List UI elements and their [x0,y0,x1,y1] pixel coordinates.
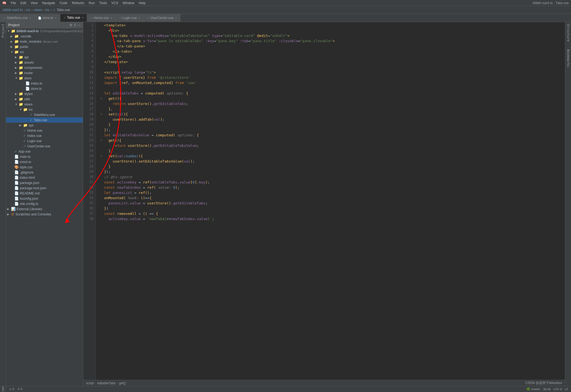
tree-style-css[interactable]: 🎨 style.css [6,164,83,170]
tree-scratches[interactable]: ▶ ⚙ Scratches and Consoles [6,212,83,217]
tree-index-html[interactable]: 📄 index.html [6,175,83,180]
code-line-10[interactable]: <script setup lang="ts"> [99,70,565,75]
home-tab-close[interactable]: × [110,16,112,20]
tree-store[interactable]: ▼ 📁 store [6,75,83,81]
code-line-27[interactable]: userStore().setEditableTabsValue(val); [99,159,565,164]
code-line-18[interactable]: ↑ set(val){ [99,112,565,117]
menu-view[interactable]: View [31,1,38,5]
menu-window[interactable]: Window [123,1,134,5]
code-line-16[interactable]: return userStore().getEditableTabs; [99,101,565,106]
panel-collapse-icon[interactable]: — [77,23,81,27]
tree-main-ts[interactable]: 📄 main.ts [6,154,83,159]
tree-styles[interactable]: ▶ 📁 styles [6,91,83,96]
tree-usercenter-vue[interactable]: ✓ UserCenter.vue [6,144,83,149]
code-line-13[interactable] [99,85,565,91]
code-line-7[interactable]: </div> [99,54,565,59]
code-line-2[interactable]: <div> [99,28,565,33]
tab-tabs[interactable]: ✓ Tabs.vue × [60,14,87,22]
code-line-17[interactable]: }, [99,106,565,112]
tree-package-json[interactable]: 📄 package.json [6,180,83,185]
login-tab-close[interactable]: × [139,16,140,20]
tree-sys[interactable]: ▶ 📁 sys [6,123,83,128]
tree-root[interactable]: ▼ 📁 bilibili-vue3-ts D:\ProgramWorkSpace… [6,28,83,34]
tree-public[interactable]: ▶ 📁 public [6,44,83,49]
code-line-22[interactable]: let editableTabsValue = computed( option… [99,133,565,138]
code-line-25[interactable]: }, [99,148,565,153]
tree-inc[interactable]: ▼ 📁 inc [6,107,83,112]
sidemenu-tab-close[interactable]: × [29,16,31,20]
tree-index-ts[interactable]: 📄 index.ts [6,81,83,86]
bc-script[interactable]: script [86,381,94,385]
tree-gitignore[interactable]: 📄 .gitignore [6,170,83,175]
tab-store[interactable]: 📄 store.ts × [35,14,60,22]
code-line-15[interactable]: ↑ get(){ [99,96,565,101]
code-line-3[interactable]: <a-tabs v-model:activeKey="editableTabsV… [99,33,565,38]
code-line-11[interactable]: import { userStore} from '@/store/store' [99,75,565,80]
tree-node-modules[interactable]: ▶ 📁 node_modules library root [6,39,83,44]
tree-package-lock[interactable]: 📄 package-lock.json [6,185,83,191]
menu-refactor[interactable]: Refactor [72,1,84,5]
project-icon[interactable]: Project [1,24,5,38]
store-tab-close[interactable]: × [55,16,57,20]
structure-icon[interactable]: Structure [566,24,570,42]
tree-external-libs[interactable]: ▶ 📊 External Libraries [6,206,83,212]
tree-vite-config[interactable]: 📄 vite.config.ts [6,201,83,206]
code-line-35[interactable]: panesList.value = userStore().getEditabl… [99,201,565,206]
code-editor[interactable]: 1234567891011121314151617181920212223242… [83,22,565,380]
git-branch[interactable]: 🌿 master [526,387,540,391]
menu-navigate[interactable]: Navigate [42,1,55,5]
code-line-32[interactable]: const newTabIndex = ref( value: 0); [99,185,565,190]
code-line-26[interactable]: ↑ set(val:number){ [99,153,565,159]
usercenter-tab-close[interactable]: × [175,16,177,20]
tree-tsconfig[interactable]: 📄 tsconfig.json [6,196,83,201]
tree-sidemenu-vue[interactable]: ✓ SideMenu.vue [6,112,83,117]
breadcrumb-filename[interactable]: Tabs.vue [57,8,70,12]
code-line-33[interactable]: let panesList = ref(); [99,190,565,195]
menu-tools[interactable]: Tools [99,1,107,5]
code-line-29[interactable]: }); [99,169,565,174]
tree-utils[interactable]: ▶ 📁 utils [6,96,83,102]
tab-sidemenu[interactable]: ✓ SideMenu.vue × [0,14,35,22]
code-line-37[interactable]: const removeAll = () => { [99,211,565,216]
menu-code[interactable]: Code [59,1,67,5]
tab-usercenter[interactable]: ✓ UserCenter.vue × [144,14,180,22]
tab-login[interactable]: ✓ Login.vue × [116,14,144,22]
code-line-31[interactable]: const activeKey = ref(editableTabs.value… [99,180,565,185]
tree-src[interactable]: ▼ 📁 src [6,49,83,55]
code-line-6[interactable]: </a-tabs> [99,49,565,54]
code-line-12[interactable]: import {ref, onMounted,computed} from 'v… [99,80,565,85]
panel-expand-icon[interactable]: ⇕ [74,23,76,27]
code-content[interactable]: <template> <div> <a-tabs v-model:activeK… [96,22,565,380]
code-line-24[interactable]: return userStore().getEditableTabsValue; [99,143,565,148]
breadcrumb-inc[interactable]: inc [45,8,50,12]
tab-home[interactable]: ✓ Home.vue × [87,14,116,22]
menu-file[interactable]: File [11,1,16,5]
menu-run[interactable]: Run [89,1,95,5]
tree-readme[interactable]: 📄 README.md [6,191,83,196]
npm-label[interactable]: npm [1,386,4,391]
tree-mock-ts[interactable]: 📄 mock.ts [6,159,83,164]
code-line-9[interactable] [99,64,565,70]
bc-editable-tabs[interactable]: editableTabs [97,381,116,385]
code-line-28[interactable]: } [99,164,565,169]
code-line-30[interactable]: // @ts-ignore [99,174,565,180]
tree-views[interactable]: ▼ 📁 views [6,102,83,107]
code-line-19[interactable]: userStore().addTab(val); [99,117,565,122]
tree-tabs-vue[interactable]: ✓ Tabs.vue [6,117,83,123]
tabs-tab-close[interactable]: × [82,16,83,19]
tree-vscode[interactable]: ▶ 📁 .vscode [6,34,83,39]
tree-api[interactable]: ▶ 📁 api [6,55,83,60]
code-line-36[interactable]: }) [99,206,565,211]
code-line-38[interactable]: activeKey.value = `newTab${++newTabIndex… [99,216,565,221]
code-line-23[interactable]: ↑ get(){ [99,138,565,143]
menu-edit[interactable]: Edit [20,1,26,5]
breadcrumb-project[interactable]: bilibili-vue3-ts [3,8,23,12]
tree-index-vue[interactable]: ✓ Index.vue [6,133,83,138]
panel-gear-icon[interactable]: ⚙ [69,23,72,27]
bc-get[interactable]: get() [119,381,126,385]
tree-home-vue[interactable]: ✓ Home.vue [6,128,83,133]
menu-help[interactable]: Help [139,1,146,5]
tree-app-vue[interactable]: ✓ App.vue [6,149,83,154]
code-line-34[interactable]: onMounted( hook: ()=>{ [99,195,565,201]
breadcrumb-src[interactable]: src [26,8,31,12]
